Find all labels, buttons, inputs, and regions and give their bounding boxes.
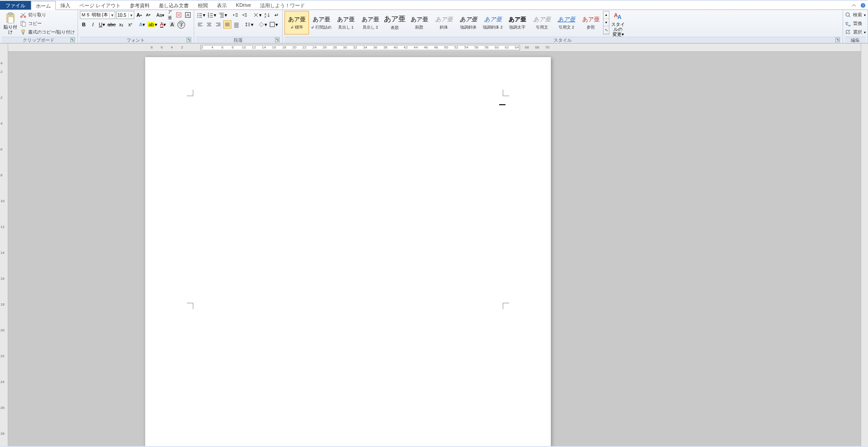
grow-font-button[interactable]: A▴ [135, 11, 143, 19]
svg-point-15 [197, 17, 198, 18]
style-gallery-nav[interactable]: ▾ [603, 19, 609, 27]
align-distributed-button[interactable] [232, 20, 240, 29]
paragraph-dialog-launcher[interactable]: ⬊ [275, 38, 280, 42]
style-引用文[interactable]: あア亜引用文 [530, 11, 554, 34]
cursor-icon [845, 29, 851, 35]
paste-label: 貼り付け [2, 24, 19, 34]
bold-button[interactable]: B [80, 20, 88, 29]
svg-rect-9 [22, 30, 25, 32]
style-副題[interactable]: あア亜副題 [407, 11, 432, 34]
ribbon-tabs: ファイル ホーム 挿入 ページ レイアウト 参考資料 差し込み文書 校閲 表示 … [0, 1, 868, 10]
change-case-button[interactable]: Aa▾ [156, 11, 165, 19]
sort-button[interactable]: AZ [263, 11, 271, 19]
style-見出し1[interactable]: あア亜見出し 1 [333, 11, 358, 34]
bullets-button[interactable]: ▾ [196, 11, 206, 19]
cut-button[interactable]: 切り取り [20, 11, 76, 19]
clear-format-button[interactable] [175, 11, 183, 19]
align-justify-button[interactable] [223, 20, 231, 29]
group-paragraph: ▾ 123▾ ▾ ▾ AZ ↵ ▾ ▾ ▾ [194, 10, 283, 43]
tab-pagelayout[interactable]: ページ レイアウト [75, 1, 125, 10]
char-shading-button[interactable]: A [168, 20, 176, 29]
tab-reference[interactable]: 参考資料 [125, 1, 154, 10]
tab-view[interactable]: 表示 [212, 1, 231, 10]
font-name-combo[interactable]: ▾ [80, 11, 115, 19]
style-↲行間詰め[interactable]: あア亜↲ 行間詰め [309, 11, 333, 34]
styles-dialog-launcher[interactable]: ⬊ [835, 38, 840, 42]
style-強調斜体[interactable]: あア亜強調斜体 [456, 11, 481, 34]
highlight-button[interactable]: ab▾ [147, 20, 158, 29]
strikethrough-button[interactable]: abe [107, 20, 116, 29]
svg-rect-4 [8, 17, 14, 23]
paste-button[interactable]: 貼り付け [2, 11, 19, 36]
copy-button[interactable]: コピー [20, 19, 76, 28]
phonetic-guide-button[interactable]: ア亜 [166, 11, 174, 19]
tab-home[interactable]: ホーム [31, 1, 56, 10]
style-見出し2[interactable]: あア亜見出し 2 [358, 11, 383, 34]
svg-text:ac: ac [848, 24, 851, 27]
svg-point-11 [197, 13, 198, 14]
svg-point-13 [197, 15, 198, 16]
shading-button[interactable]: ▾ [258, 20, 268, 29]
style-強調斜体2[interactable]: あア亜強調斜体 2 [481, 11, 505, 34]
styles-group-label: スタイル [554, 38, 572, 43]
clipboard-dialog-launcher[interactable]: ⬊ [70, 38, 75, 42]
tab-tips[interactable]: 活用しよう！ワード [255, 1, 309, 10]
svg-line-58 [849, 16, 850, 17]
enclose-char-button[interactable]: 字 [177, 20, 186, 29]
subscript-button[interactable]: x₂ [117, 20, 125, 29]
decrease-indent-button[interactable] [231, 11, 240, 19]
ribbon: 貼り付け 切り取り コピー 書式のコピー/貼り付け クリップボード⬊ [0, 10, 868, 44]
superscript-button[interactable]: x² [126, 20, 134, 29]
style-gallery-nav[interactable]: ⤡ [603, 26, 609, 34]
tab-review[interactable]: 校閲 [193, 1, 212, 10]
underline-button[interactable]: U▾ [98, 20, 106, 29]
svg-point-57 [846, 13, 849, 16]
style-強調太字[interactable]: あア亜強調太字 [505, 11, 530, 34]
style-斜体[interactable]: あア亜斜体 [432, 11, 456, 34]
group-clipboard: 貼り付け 切り取り コピー 書式のコピー/貼り付け クリップボード⬊ [0, 10, 78, 43]
change-styles-button[interactable]: AAスタイルの変更▾ [609, 11, 627, 36]
numbering-button[interactable]: 123▾ [207, 11, 217, 19]
minimize-ribbon-icon[interactable] [851, 2, 857, 9]
align-center-button[interactable] [205, 20, 213, 29]
italic-button[interactable]: I [89, 20, 97, 29]
replace-button[interactable]: abac 置換 [845, 19, 863, 28]
editing-group-label: 編集 [851, 38, 860, 43]
tab-file[interactable]: ファイル [0, 1, 31, 10]
svg-text:3: 3 [208, 15, 209, 18]
style-gallery-nav[interactable]: ▴ [603, 11, 609, 19]
char-border-button[interactable]: A [184, 11, 192, 19]
svg-text:?: ? [862, 4, 864, 8]
borders-button[interactable]: ▾ [269, 20, 279, 29]
clipboard-group-label: クリップボード [23, 38, 54, 43]
format-painter-button[interactable]: 書式のコピー/貼り付け [20, 28, 76, 36]
font-dialog-launcher[interactable]: ⬊ [186, 38, 191, 42]
show-marks-button[interactable]: ↵ [272, 11, 280, 19]
svg-text:A: A [618, 14, 622, 20]
scissors-icon [20, 12, 26, 18]
replace-icon: abac [845, 20, 851, 27]
font-color-button[interactable]: A▾ [159, 20, 167, 29]
style-参照[interactable]: あア亜参照 [579, 11, 603, 34]
group-styles: あア亜↲ 標準あア亜↲ 行間詰めあア亜見出し 1あア亜見出し 2あア亜表題あア亜… [283, 10, 843, 43]
font-size-combo[interactable]: ▾ [116, 11, 134, 19]
shrink-font-button[interactable]: A▾ [144, 11, 152, 19]
tab-kdrive[interactable]: KDrive [231, 1, 255, 10]
text-effects-button[interactable]: A▾ [138, 20, 146, 29]
align-left-button[interactable] [196, 20, 204, 29]
style-表題[interactable]: あア亜表題 [383, 11, 407, 34]
tab-insert[interactable]: 挿入 [56, 1, 75, 10]
style-引用文2[interactable]: あア亜引用文 2 [554, 11, 579, 34]
line-spacing-button[interactable]: ▾ [244, 20, 254, 29]
increase-indent-button[interactable] [240, 11, 249, 19]
group-font: ▾ ▾ A▴ A▾ Aa▾ ア亜 A B I U▾ abe x₂ x² A▾ a… [78, 10, 194, 43]
align-right-button[interactable] [214, 20, 222, 29]
help-icon[interactable]: ? [860, 2, 866, 9]
select-button[interactable]: 選択▾ [845, 28, 866, 36]
copy-icon [20, 20, 26, 27]
find-button[interactable]: 検索▾ [845, 11, 866, 19]
tab-mailmerge[interactable]: 差し込み文書 [154, 1, 193, 10]
style-↲標準[interactable]: あア亜↲ 標準 [284, 11, 309, 34]
multilevel-button[interactable]: ▾ [218, 11, 228, 19]
asian-layout-button[interactable]: ▾ [252, 11, 262, 19]
